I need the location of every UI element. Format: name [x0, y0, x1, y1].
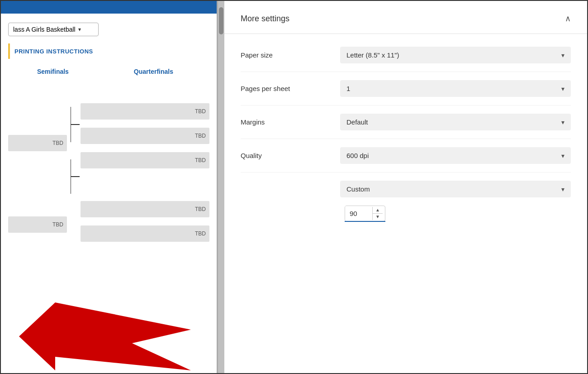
scale-input-wrapper: 90 ▲ ▼	[345, 206, 385, 222]
quarterfinal-slot-2: TBD	[81, 128, 209, 144]
margins-row: Margins Default ▾	[241, 105, 571, 139]
dropdown-arrow-icon: ▾	[78, 26, 81, 33]
scrollbar[interactable]	[218, 1, 224, 373]
more-settings-header: More settings ∧	[224, 1, 587, 34]
printing-instructions-label: PRINTING INSTRUCTIONS	[14, 48, 93, 55]
quarterfinal-slot-4: TBD	[81, 201, 209, 217]
pages-per-sheet-select[interactable]: 1 ▾	[340, 80, 571, 97]
bracket-headers: Semifinals Quarterfinals	[8, 68, 209, 75]
right-panel: More settings ∧ Paper size Letter (8.5" …	[224, 1, 587, 373]
margins-label: Margins	[241, 118, 340, 126]
red-arrow-svg	[19, 284, 209, 374]
pages-per-sheet-label: Pages per sheet	[241, 85, 340, 92]
margins-value: Default	[346, 118, 368, 126]
custom-scale-control: Custom ▾	[340, 181, 571, 197]
margins-arrow-icon: ▾	[561, 119, 564, 126]
semifinal-slot-2: TBD	[8, 216, 67, 233]
quarterfinal-slot-1: TBD	[81, 103, 209, 120]
left-content: lass A Girls Basketball ▾ PRINTING INSTR…	[1, 14, 217, 374]
pages-per-sheet-control: 1 ▾	[340, 80, 571, 97]
quarterfinal-slot-3: TBD	[81, 152, 209, 168]
quarterfinal-slot-5: TBD	[81, 225, 209, 242]
scale-section: Custom ▾ 90 ▲ ▼	[241, 173, 571, 230]
quality-arrow-icon: ▾	[561, 152, 564, 159]
custom-label: Custom	[346, 185, 370, 193]
paper-size-arrow-icon: ▾	[561, 52, 564, 59]
more-settings-title: More settings	[241, 14, 289, 24]
dropdown-row: lass A Girls Basketball ▾	[8, 23, 209, 36]
paper-size-row: Paper size Letter (8.5" x 11") ▾	[241, 38, 571, 72]
scale-input-group: 90 ▲ ▼	[345, 206, 385, 221]
svg-marker-4	[19, 302, 191, 370]
scale-increment-button[interactable]: ▲	[373, 207, 383, 214]
semifinal-slot-1: TBD	[8, 135, 67, 151]
quality-value: 600 dpi	[346, 152, 369, 159]
margins-select[interactable]: Default ▾	[340, 114, 571, 130]
quarterfinals-column: TBD TBD TBD TBD TBD	[71, 81, 209, 262]
printing-instructions-box: PRINTING INSTRUCTIONS	[8, 43, 209, 59]
paper-size-label: Paper size	[241, 51, 340, 59]
pages-per-sheet-row: Pages per sheet 1 ▾	[241, 72, 571, 105]
custom-select[interactable]: Custom ▾	[340, 181, 571, 197]
semifinals-column: TBD TBD	[8, 81, 71, 262]
quality-select[interactable]: 600 dpi ▾	[340, 147, 571, 164]
pages-per-sheet-value: 1	[346, 85, 350, 92]
quality-row: Quality 600 dpi ▾	[241, 139, 571, 173]
scroll-thumb	[219, 7, 223, 34]
tournament-label: lass A Girls Basketball	[13, 26, 76, 33]
scale-underline	[345, 221, 385, 222]
settings-body: Paper size Letter (8.5" x 11") ▾ Pages p…	[224, 34, 587, 373]
custom-scale-row: Custom ▾	[241, 181, 571, 197]
left-panel: lass A Girls Basketball ▾ PRINTING INSTR…	[1, 1, 218, 374]
scale-spinners: ▲ ▼	[372, 207, 383, 220]
semifinals-header[interactable]: Semifinals	[8, 68, 98, 75]
quarterfinals-header[interactable]: Quarterfinals	[98, 68, 209, 75]
scale-decrement-button[interactable]: ▼	[373, 214, 383, 220]
bracket-visual: TBD TBD	[8, 81, 209, 262]
paper-size-control: Letter (8.5" x 11") ▾	[340, 47, 571, 63]
bracket-lines-svg	[71, 99, 81, 248]
collapse-icon[interactable]: ∧	[565, 14, 571, 24]
margins-control: Default ▾	[340, 114, 571, 130]
top-bar	[1, 1, 217, 14]
scale-value-row: 90 ▲ ▼	[241, 206, 571, 222]
quality-control: 600 dpi ▾	[340, 147, 571, 164]
custom-arrow-icon: ▾	[561, 186, 564, 193]
paper-size-select[interactable]: Letter (8.5" x 11") ▾	[340, 47, 571, 63]
quality-label: Quality	[241, 152, 340, 159]
pages-per-sheet-arrow-icon: ▾	[561, 85, 564, 92]
scale-input[interactable]: 90	[345, 206, 372, 221]
tournament-dropdown[interactable]: lass A Girls Basketball ▾	[8, 23, 99, 36]
paper-size-value: Letter (8.5" x 11")	[346, 51, 399, 59]
